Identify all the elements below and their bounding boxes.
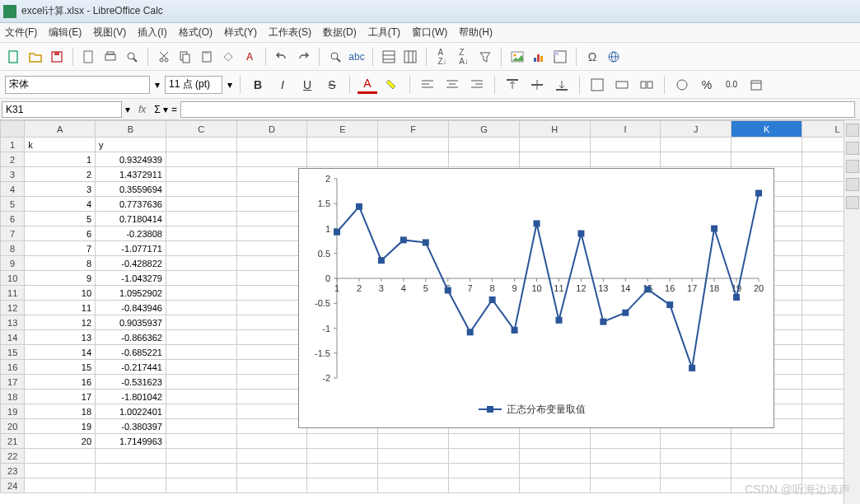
column-header-D[interactable]: D	[236, 121, 307, 138]
cell-A1[interactable]: k	[25, 138, 96, 152]
sidebar-properties-icon[interactable]	[846, 124, 859, 137]
cell-K23[interactable]	[731, 464, 802, 478]
font-color-icon[interactable]: A	[358, 76, 377, 94]
cell-D17[interactable]	[236, 375, 307, 390]
italic-button[interactable]: I	[273, 76, 292, 94]
cell-D3[interactable]	[236, 167, 307, 182]
sidebar-functions-icon[interactable]	[846, 196, 859, 209]
row-header-8[interactable]: 8	[1, 241, 25, 256]
cell-C9[interactable]	[166, 256, 236, 271]
cell-C8[interactable]	[166, 241, 236, 256]
spellcheck-icon[interactable]: abc	[348, 48, 366, 66]
font-name-input[interactable]	[5, 76, 150, 94]
find-icon[interactable]	[326, 48, 344, 66]
cell-E21[interactable]	[307, 434, 378, 449]
menu-insert[interactable]: 插入(I)	[138, 26, 166, 40]
align-top-icon[interactable]	[502, 76, 522, 94]
cut-icon[interactable]	[155, 48, 173, 66]
cell-B15[interactable]: -0.685221	[96, 345, 166, 360]
cell-D8[interactable]	[236, 241, 307, 256]
function-wizard-icon[interactable]: fx	[133, 104, 151, 115]
cell-B6[interactable]: 0.7180414	[96, 212, 166, 226]
column-header-H[interactable]: H	[519, 121, 590, 138]
column-header-A[interactable]: A	[25, 121, 96, 138]
cell-A9[interactable]: 8	[25, 256, 96, 271]
cell-B18[interactable]: -1.801042	[96, 390, 166, 404]
cell-B22[interactable]	[96, 449, 166, 464]
row-header-22[interactable]: 22	[1, 449, 25, 464]
row-header-1[interactable]: 1	[1, 138, 25, 152]
cell-B19[interactable]: 1.0022401	[96, 404, 166, 419]
cell-I21[interactable]	[590, 434, 661, 449]
cell-D23[interactable]	[236, 464, 307, 478]
cell-C12[interactable]	[166, 301, 236, 315]
cell-A15[interactable]: 14	[25, 345, 96, 360]
cell-A2[interactable]: 1	[25, 152, 96, 167]
cell-B2[interactable]: 0.9324939	[96, 152, 166, 167]
column-header-C[interactable]: C	[166, 121, 236, 138]
cell-G2[interactable]	[449, 152, 520, 167]
save-icon[interactable]	[48, 48, 66, 66]
column-header-F[interactable]: F	[378, 121, 449, 138]
cell-C18[interactable]	[166, 390, 236, 404]
cell-C2[interactable]	[166, 152, 236, 167]
cell-G1[interactable]	[449, 138, 520, 152]
cell-D21[interactable]	[236, 434, 307, 449]
cell-A11[interactable]: 10	[25, 286, 96, 301]
cell-B23[interactable]	[96, 464, 166, 478]
cell-D6[interactable]	[236, 212, 307, 226]
column-header-J[interactable]: J	[661, 121, 731, 138]
cell-J22[interactable]	[661, 449, 731, 464]
highlight-color-icon[interactable]	[382, 76, 402, 94]
cell-A21[interactable]: 20	[25, 434, 96, 449]
menu-sheet[interactable]: 工作表(S)	[269, 26, 311, 40]
row-header-11[interactable]: 11	[1, 286, 25, 301]
row-header-18[interactable]: 18	[1, 390, 25, 404]
cell-E1[interactable]	[307, 138, 378, 152]
menu-window[interactable]: 窗口(W)	[412, 26, 447, 40]
cell-A4[interactable]: 3	[25, 182, 96, 197]
cell-A13[interactable]: 12	[25, 315, 96, 330]
insert-pivot-icon[interactable]	[551, 48, 569, 66]
clone-formatting-icon[interactable]	[219, 48, 237, 66]
cell-D18[interactable]	[236, 390, 307, 404]
menu-tools[interactable]: 工具(T)	[368, 26, 400, 40]
print-preview-icon[interactable]	[123, 48, 141, 66]
cell-I24[interactable]	[590, 478, 661, 493]
cell-A7[interactable]: 6	[25, 226, 96, 241]
number-icon[interactable]: 0.0	[722, 76, 741, 94]
cell-G22[interactable]	[449, 449, 520, 464]
menu-file[interactable]: 文件(F)	[5, 26, 37, 40]
cell-C15[interactable]	[166, 345, 236, 360]
cell-A5[interactable]: 4	[25, 197, 96, 212]
align-center-icon[interactable]	[442, 76, 462, 94]
cell-C5[interactable]	[166, 197, 236, 212]
cell-C19[interactable]	[166, 404, 236, 419]
cell-A12[interactable]: 11	[25, 301, 96, 315]
cell-B14[interactable]: -0.866362	[96, 330, 166, 345]
cell-A22[interactable]	[25, 449, 96, 464]
cell-A20[interactable]: 19	[25, 419, 96, 434]
cell-A14[interactable]: 13	[25, 330, 96, 345]
cell-E22[interactable]	[307, 449, 378, 464]
align-right-icon[interactable]	[467, 76, 487, 94]
cell-C14[interactable]	[166, 330, 236, 345]
insert-chart-icon[interactable]	[530, 48, 548, 66]
cell-A18[interactable]: 17	[25, 390, 96, 404]
cell-H21[interactable]	[519, 434, 590, 449]
column-icon[interactable]	[401, 48, 419, 66]
menu-edit[interactable]: 编辑(E)	[49, 26, 82, 40]
paste-icon[interactable]	[198, 48, 216, 66]
cell-C20[interactable]	[166, 419, 236, 434]
cell-K2[interactable]	[731, 152, 802, 167]
cell-F22[interactable]	[378, 449, 449, 464]
currency-icon[interactable]	[672, 76, 692, 94]
row-header-10[interactable]: 10	[1, 271, 25, 286]
menu-data[interactable]: 数据(D)	[323, 26, 357, 40]
cell-K1[interactable]	[731, 138, 802, 152]
cell-C21[interactable]	[166, 434, 236, 449]
cell-B3[interactable]: 1.4372911	[96, 167, 166, 182]
cell-I2[interactable]	[590, 152, 661, 167]
row-header-13[interactable]: 13	[1, 315, 25, 330]
cell-K21[interactable]	[731, 434, 802, 449]
